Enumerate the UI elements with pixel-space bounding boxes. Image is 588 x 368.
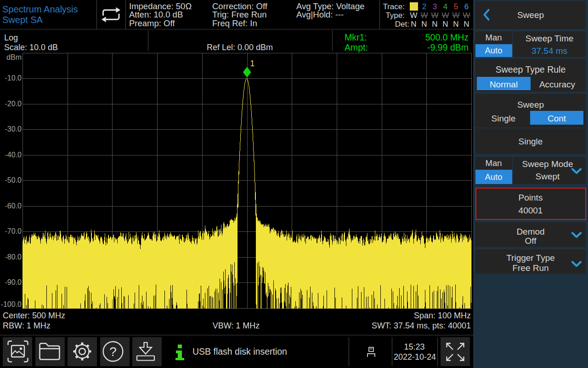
svg-text:1: 1 (250, 59, 255, 68)
svg-text:?: ? (109, 345, 117, 359)
